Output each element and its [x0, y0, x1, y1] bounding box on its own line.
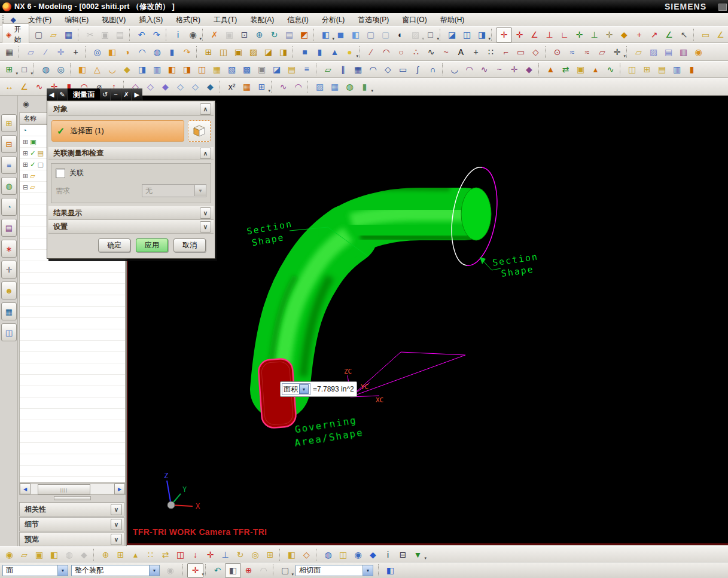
paste-face-button[interactable]: ⊞ — [2, 63, 17, 77]
combined-projection-button[interactable]: ▤ — [661, 45, 676, 59]
composite-curve-button[interactable]: ∿ — [603, 63, 618, 77]
n-sided-surface-button[interactable]: ◇ — [380, 63, 395, 77]
wave-geometry-button[interactable]: ◍ — [321, 548, 336, 561]
offset-curve-button[interactable]: ▱ — [631, 45, 646, 59]
arrangements-button[interactable]: ▼ — [410, 548, 425, 561]
datum-plane-button[interactable]: ▱ — [23, 45, 38, 59]
panel-splitter[interactable] — [54, 496, 91, 500]
measure-distance-button[interactable]: ↔ — [2, 80, 17, 94]
assembly-navigator-tab[interactable]: ⊞ — [1, 114, 17, 132]
replace-component-button[interactable]: ⇄ — [158, 548, 173, 561]
results-expand-icon[interactable]: ∨ — [200, 207, 211, 219]
projected-curve-button[interactable]: ▨ — [646, 45, 661, 59]
shell-button[interactable]: ◨ — [135, 63, 150, 77]
wave-geometry-linker-button[interactable]: ⇄ — [558, 63, 573, 77]
menu-item-4[interactable]: 格式(R) — [169, 14, 207, 26]
curve-analysis-button[interactable]: ∿ — [276, 80, 291, 94]
menu-item-5[interactable]: 工具(T) — [207, 14, 243, 26]
copy-button[interactable]: ▣ — [98, 28, 112, 42]
wireframe-view-button[interactable]: ▢ — [363, 28, 378, 42]
system-scenes-tab[interactable]: ▦ — [1, 302, 17, 320]
scrollbar-track[interactable]: |||| — [31, 484, 114, 494]
maximize-window-button[interactable]: ▣ — [222, 28, 237, 42]
measure-length-button[interactable]: ∿ — [32, 80, 47, 94]
assembly-info-button[interactable]: i — [380, 548, 395, 561]
thread-button[interactable]: ▥ — [150, 63, 165, 77]
scrollbar-thumb[interactable]: |||| — [38, 484, 90, 495]
interpart-link-button[interactable]: ◫ — [336, 548, 351, 561]
find-button[interactable]: ◉ — [185, 28, 200, 42]
text-curve-button[interactable]: A — [453, 45, 468, 59]
measure-type-dropdown-icon[interactable]: ▼ — [299, 384, 309, 394]
minimize-window-icon[interactable] — [718, 4, 727, 11]
xyz-law-curve-button[interactable]: ≈ — [580, 45, 595, 59]
sew-button[interactable]: ▦ — [209, 63, 224, 77]
dialog-close-icon[interactable]: ✗ — [121, 88, 132, 100]
navigator-filter-icon[interactable]: ◉ — [23, 100, 29, 108]
profile-button[interactable]: ⌐ — [498, 45, 513, 59]
polygon-button[interactable]: ◇ — [528, 45, 543, 59]
assembly-sequence-button[interactable]: ◧ — [284, 548, 299, 561]
offset-face-button[interactable]: ◧ — [75, 63, 90, 77]
new-file-button[interactable]: ▢ — [31, 28, 46, 42]
invert-shown-button[interactable]: ◫ — [459, 28, 474, 42]
selection-scope-dropdown-icon[interactable]: ▼ — [149, 565, 159, 576]
suppress-component-button[interactable]: ↓ — [188, 548, 203, 561]
x-form-button[interactable]: ✛ — [507, 63, 522, 77]
trim-sheet-button[interactable]: ◪ — [269, 63, 284, 77]
datum-csys-button[interactable]: ✛ — [53, 45, 68, 59]
bridge-surface-button[interactable]: ∩ — [425, 63, 440, 77]
solid-cube-button[interactable]: ◧ — [383, 564, 398, 577]
object-collapse-icon[interactable]: ∧ — [200, 103, 211, 115]
paste-button[interactable]: ▤ — [112, 28, 127, 42]
system-materials-tab[interactable]: ▤ — [1, 219, 17, 237]
offset-surface-button[interactable]: ≡ — [299, 63, 314, 77]
selection-find-button[interactable]: ◉ — [163, 564, 178, 577]
select-face-row[interactable]: ✓ 选择面 (1) — [51, 120, 184, 142]
law-extension-button[interactable]: ∫ — [410, 63, 425, 77]
graphics-viewport[interactable]: ZC YC XC Section — [127, 96, 728, 545]
clip-section-button[interactable]: ◠ — [256, 564, 271, 577]
view-background-button[interactable]: □ — [423, 28, 438, 42]
open-file-button[interactable]: ▱ — [46, 28, 61, 42]
component-group-button[interactable]: ◍ — [62, 548, 77, 561]
navigator-panel-0-expand-icon[interactable]: ∨ — [111, 504, 122, 515]
apply-button[interactable]: 应用 — [136, 238, 168, 252]
shaded-edges-view-button[interactable]: ◧ — [348, 28, 363, 42]
menu-item-1[interactable]: 编辑(E) — [58, 14, 95, 26]
gauge-button[interactable]: ◍ — [342, 80, 357, 94]
assembly-constraints-button[interactable]: ⊥ — [218, 548, 233, 561]
menu-item-2[interactable]: 视图(V) — [95, 14, 132, 26]
display-plane-button[interactable]: □ — [17, 63, 32, 77]
wcs-display-button[interactable]: ◆ — [617, 28, 632, 42]
scale-body-button[interactable]: ▣ — [254, 63, 269, 77]
show-hide-button[interactable]: ◪ — [444, 28, 459, 42]
csys-dialog-button[interactable]: ∠ — [662, 28, 677, 42]
menu-item-6[interactable]: 装配(A) — [243, 14, 281, 26]
add-component-button[interactable]: ⊕ — [98, 548, 113, 561]
results-section-header[interactable]: 结果显示 ∨ — [48, 206, 214, 220]
wcs-orient-button[interactable]: ⊥ — [542, 28, 557, 42]
new-parent-button[interactable]: ▴ — [128, 548, 143, 561]
menu-item-10[interactable]: 窗口(O) — [395, 14, 433, 26]
new-component-button[interactable]: ⊞ — [113, 548, 128, 561]
curve-rule-combo[interactable]: 相切面 ▼ — [296, 565, 373, 576]
soft-blend-button[interactable]: ◠ — [462, 63, 477, 77]
curve-axis-button[interactable]: ✛ — [610, 45, 625, 59]
swept-button[interactable]: ◠ — [365, 63, 380, 77]
orient-view-button[interactable]: ◩ — [297, 28, 312, 42]
settings-section-header[interactable]: 设置 ∨ — [48, 220, 214, 234]
datum-axis-button[interactable]: ∕ — [38, 45, 53, 59]
point-set-button[interactable]: ∴ — [409, 45, 424, 59]
ruled-surface-button[interactable]: ▱ — [321, 63, 336, 77]
circle-button[interactable]: ○ — [394, 45, 409, 59]
find-component-button[interactable]: ◉ — [2, 548, 17, 561]
intersect-button[interactable]: ◫ — [194, 63, 209, 77]
expand-button[interactable]: ▲ — [543, 63, 558, 77]
point-button[interactable]: + — [468, 45, 483, 59]
create-component-array-button[interactable]: ∷ — [143, 548, 158, 561]
menu-item-9[interactable]: 首选项(P) — [351, 14, 395, 26]
scroll-right-button[interactable]: ▶ — [114, 484, 125, 494]
cancel-button[interactable]: 取消 — [173, 238, 206, 252]
edge-blend-button[interactable]: ◡ — [105, 63, 120, 77]
